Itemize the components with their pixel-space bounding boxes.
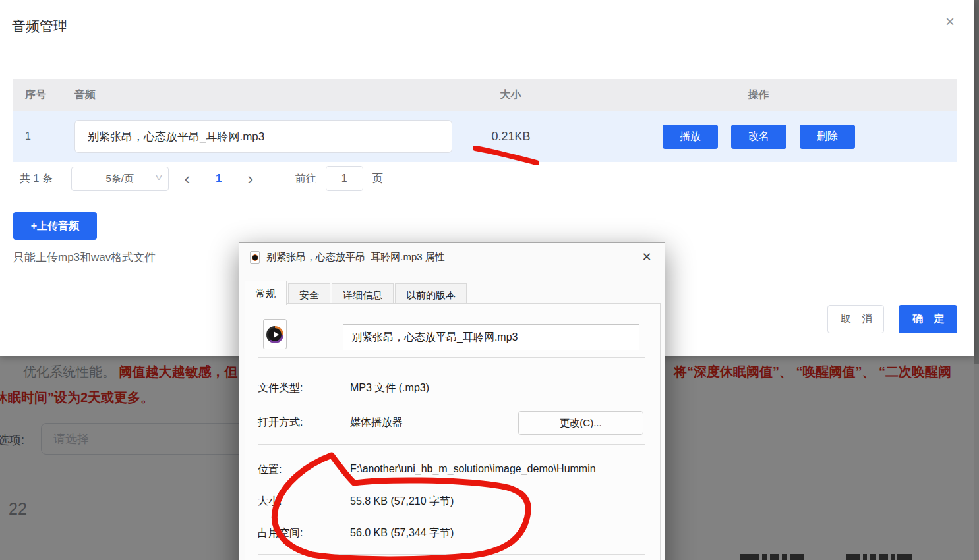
size-label: 大小:	[258, 495, 282, 509]
rename-button[interactable]: 改名	[731, 125, 786, 149]
row-audio-cell	[63, 120, 461, 153]
goto-page-input[interactable]	[326, 166, 363, 191]
row-actions-cell: 播放 改名 删除	[560, 125, 957, 149]
page-unit-label: 页	[372, 172, 383, 186]
next-page-icon[interactable]: ›	[232, 167, 269, 191]
open-with-value: 媒体播放器	[350, 416, 403, 430]
file-type-label: 文件类型:	[258, 381, 303, 395]
location-label: 位置:	[258, 463, 282, 477]
size-on-disk-label: 占用空间:	[258, 526, 303, 540]
dialog-close-icon[interactable]: ✕	[638, 248, 655, 266]
tab-general[interactable]: 常规	[245, 281, 287, 305]
play-button[interactable]: 播放	[663, 125, 718, 149]
tab-details[interactable]: 详细信息	[332, 283, 394, 305]
audio-table: 序号 音频 大小 操作 1 0.21KB 播放 改名 删除	[13, 79, 957, 162]
dialog-title: 别紧张昂，心态放平昂_耳聆网.mp3 属性	[266, 251, 445, 264]
delete-button[interactable]: 删除	[800, 125, 855, 149]
location-value: F:\another\uni_hb_m_solution\image_demo\…	[350, 463, 596, 475]
header-actions: 操作	[560, 79, 957, 111]
dialog-titlebar[interactable]: 别紧张昂，心态放平昂_耳聆网.mp3 属性 ✕	[239, 243, 665, 271]
page-title: 音频管理	[12, 17, 67, 36]
filename-input[interactable]	[74, 120, 452, 153]
divider	[258, 554, 645, 555]
row-index-cell: 1	[13, 130, 63, 142]
media-file-icon	[250, 251, 260, 264]
upload-audio-button[interactable]: +上传音频	[13, 212, 97, 240]
properties-filename-input[interactable]	[343, 324, 639, 350]
file-type-value: MP3 文件 (.mp3)	[350, 381, 429, 395]
page-size-select[interactable]: 5条/页 ˅	[71, 167, 169, 191]
current-page[interactable]: 1	[206, 172, 232, 185]
chevron-down-icon: ˅	[155, 173, 162, 183]
header-index: 序号	[13, 79, 63, 111]
header-audio: 音频	[63, 79, 461, 111]
row-size-cell: 0.21KB	[461, 130, 560, 144]
size-on-disk-value: 56.0 KB (57,344 字节)	[350, 526, 454, 540]
table-header-row: 序号 音频 大小 操作	[13, 79, 957, 111]
upload-hint-text: 只能上传mp3和wav格式文件	[13, 250, 156, 265]
confirm-button[interactable]: 确 定	[899, 305, 957, 333]
pagination: 共 1 条 5条/页 ˅ ‹ 1 › 前往 页	[20, 166, 383, 191]
pagination-total: 共 1 条	[20, 172, 53, 186]
change-app-button[interactable]: 更改(C)...	[518, 411, 643, 435]
table-row: 1 0.21KB 播放 改名 删除	[13, 111, 957, 162]
size-value: 55.8 KB (57,210 字节)	[350, 495, 454, 509]
tab-security[interactable]: 安全	[288, 283, 330, 305]
tab-previous-versions[interactable]: 以前的版本	[395, 283, 467, 305]
close-icon[interactable]: ×	[940, 12, 960, 32]
header-size: 大小	[461, 79, 560, 111]
divider	[258, 357, 645, 358]
divider	[258, 444, 645, 445]
mp3-file-icon	[263, 319, 287, 349]
open-with-label: 打开方式:	[258, 416, 303, 430]
file-properties-dialog: 别紧张昂，心态放平昂_耳聆网.mp3 属性 ✕ 常规 安全 详细信息 以前的版本…	[239, 242, 665, 560]
cancel-button[interactable]: 取 消	[827, 305, 884, 333]
goto-label: 前往	[295, 172, 316, 186]
dialog-tabs: 常规 安全 详细信息 以前的版本	[245, 281, 468, 305]
prev-page-icon[interactable]: ‹	[169, 167, 206, 191]
